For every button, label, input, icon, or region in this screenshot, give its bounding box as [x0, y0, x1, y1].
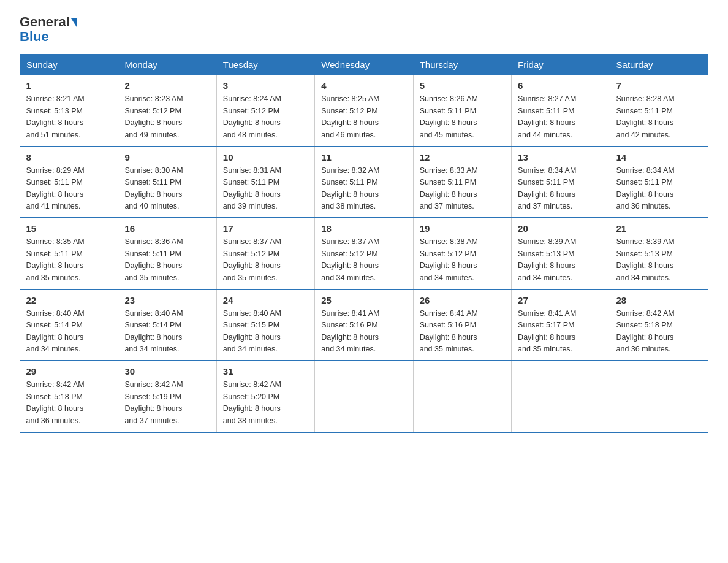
calendar-week-row: 29Sunrise: 8:42 AMSunset: 5:18 PMDayligh…	[20, 361, 708, 432]
calendar-cell: 16Sunrise: 8:36 AMSunset: 5:11 PMDayligh…	[118, 218, 216, 289]
calendar-cell: 19Sunrise: 8:38 AMSunset: 5:12 PMDayligh…	[413, 218, 511, 289]
day-info: Sunrise: 8:41 AMSunset: 5:16 PMDaylight:…	[420, 308, 505, 356]
calendar-cell: 11Sunrise: 8:32 AMSunset: 5:11 PMDayligh…	[315, 147, 413, 218]
calendar-cell: 7Sunrise: 8:28 AMSunset: 5:11 PMDaylight…	[610, 75, 708, 147]
day-info: Sunrise: 8:27 AMSunset: 5:11 PMDaylight:…	[518, 93, 603, 141]
logo-general-text: General	[20, 14, 70, 29]
header-thursday: Thursday	[413, 55, 511, 75]
calendar-cell: 3Sunrise: 8:24 AMSunset: 5:12 PMDaylight…	[216, 75, 314, 147]
calendar-cell: 1Sunrise: 8:21 AMSunset: 5:13 PMDaylight…	[20, 75, 118, 147]
day-info: Sunrise: 8:32 AMSunset: 5:11 PMDaylight:…	[321, 165, 406, 213]
day-info: Sunrise: 8:42 AMSunset: 5:18 PMDaylight:…	[26, 379, 112, 427]
calendar-cell: 30Sunrise: 8:42 AMSunset: 5:19 PMDayligh…	[118, 361, 216, 432]
day-number: 29	[26, 366, 112, 377]
day-info: Sunrise: 8:42 AMSunset: 5:18 PMDaylight:…	[616, 308, 702, 356]
day-info: Sunrise: 8:24 AMSunset: 5:12 PMDaylight:…	[223, 93, 308, 141]
day-info: Sunrise: 8:39 AMSunset: 5:13 PMDaylight:…	[518, 236, 603, 284]
calendar-cell: 2Sunrise: 8:23 AMSunset: 5:12 PMDaylight…	[118, 75, 216, 147]
day-number: 19	[420, 223, 505, 234]
calendar-week-row: 15Sunrise: 8:35 AMSunset: 5:11 PMDayligh…	[20, 218, 708, 289]
calendar-week-row: 8Sunrise: 8:29 AMSunset: 5:11 PMDaylight…	[20, 147, 708, 218]
calendar-cell	[610, 361, 708, 432]
calendar-cell: 24Sunrise: 8:40 AMSunset: 5:15 PMDayligh…	[216, 289, 314, 361]
day-number: 3	[223, 80, 308, 91]
day-number: 16	[124, 223, 210, 234]
calendar-cell: 4Sunrise: 8:25 AMSunset: 5:12 PMDaylight…	[315, 75, 413, 147]
day-info: Sunrise: 8:36 AMSunset: 5:11 PMDaylight:…	[124, 236, 210, 284]
day-number: 9	[124, 152, 210, 163]
calendar-week-row: 22Sunrise: 8:40 AMSunset: 5:14 PMDayligh…	[20, 289, 708, 361]
calendar-table: SundayMondayTuesdayWednesdayThursdayFrid…	[20, 54, 708, 433]
page-header: General Blue	[20, 15, 708, 44]
calendar-cell	[315, 361, 413, 432]
calendar-cell: 25Sunrise: 8:41 AMSunset: 5:16 PMDayligh…	[315, 289, 413, 361]
day-number: 28	[616, 295, 702, 305]
calendar-cell	[413, 361, 511, 432]
calendar-cell: 18Sunrise: 8:37 AMSunset: 5:12 PMDayligh…	[315, 218, 413, 289]
day-number: 10	[223, 152, 308, 163]
header-wednesday: Wednesday	[315, 55, 413, 75]
calendar-cell: 21Sunrise: 8:39 AMSunset: 5:13 PMDayligh…	[610, 218, 708, 289]
day-number: 7	[616, 80, 702, 91]
day-number: 6	[518, 80, 603, 91]
day-number: 11	[321, 152, 406, 163]
day-number: 12	[420, 152, 505, 163]
calendar-cell: 26Sunrise: 8:41 AMSunset: 5:16 PMDayligh…	[413, 289, 511, 361]
day-info: Sunrise: 8:39 AMSunset: 5:13 PMDaylight:…	[616, 236, 702, 284]
day-info: Sunrise: 8:25 AMSunset: 5:12 PMDaylight:…	[321, 93, 406, 141]
day-number: 23	[124, 295, 210, 305]
day-info: Sunrise: 8:40 AMSunset: 5:15 PMDaylight:…	[223, 308, 308, 356]
day-number: 4	[321, 80, 406, 91]
calendar-cell: 6Sunrise: 8:27 AMSunset: 5:11 PMDaylight…	[512, 75, 610, 147]
header-tuesday: Tuesday	[216, 55, 314, 75]
calendar-cell: 31Sunrise: 8:42 AMSunset: 5:20 PMDayligh…	[216, 361, 314, 432]
day-info: Sunrise: 8:26 AMSunset: 5:11 PMDaylight:…	[420, 93, 505, 141]
day-number: 31	[223, 366, 308, 377]
day-number: 24	[223, 295, 308, 305]
day-info: Sunrise: 8:41 AMSunset: 5:17 PMDaylight:…	[518, 308, 603, 356]
calendar-cell: 17Sunrise: 8:37 AMSunset: 5:12 PMDayligh…	[216, 218, 314, 289]
day-info: Sunrise: 8:34 AMSunset: 5:11 PMDaylight:…	[518, 165, 603, 213]
calendar-cell: 12Sunrise: 8:33 AMSunset: 5:11 PMDayligh…	[413, 147, 511, 218]
day-info: Sunrise: 8:29 AMSunset: 5:11 PMDaylight:…	[26, 165, 112, 213]
day-info: Sunrise: 8:35 AMSunset: 5:11 PMDaylight:…	[26, 236, 112, 284]
day-info: Sunrise: 8:33 AMSunset: 5:11 PMDaylight:…	[420, 165, 505, 213]
day-info: Sunrise: 8:40 AMSunset: 5:14 PMDaylight:…	[26, 308, 112, 356]
calendar-cell: 23Sunrise: 8:40 AMSunset: 5:14 PMDayligh…	[118, 289, 216, 361]
day-number: 26	[420, 295, 505, 305]
day-info: Sunrise: 8:41 AMSunset: 5:16 PMDaylight:…	[321, 308, 406, 356]
day-number: 2	[124, 80, 210, 91]
header-monday: Monday	[118, 55, 216, 75]
day-number: 18	[321, 223, 406, 234]
day-info: Sunrise: 8:42 AMSunset: 5:19 PMDaylight:…	[124, 379, 210, 427]
calendar-cell: 9Sunrise: 8:30 AMSunset: 5:11 PMDaylight…	[118, 147, 216, 218]
day-info: Sunrise: 8:38 AMSunset: 5:12 PMDaylight:…	[420, 236, 505, 284]
header-saturday: Saturday	[610, 55, 708, 75]
header-friday: Friday	[512, 55, 610, 75]
day-number: 17	[223, 223, 308, 234]
day-number: 20	[518, 223, 603, 234]
calendar-cell	[512, 361, 610, 432]
day-number: 27	[518, 295, 603, 305]
calendar-cell: 10Sunrise: 8:31 AMSunset: 5:11 PMDayligh…	[216, 147, 314, 218]
day-info: Sunrise: 8:42 AMSunset: 5:20 PMDaylight:…	[223, 379, 308, 427]
day-number: 15	[26, 223, 112, 234]
logo-blue-text: Blue	[20, 29, 77, 44]
calendar-cell: 13Sunrise: 8:34 AMSunset: 5:11 PMDayligh…	[512, 147, 610, 218]
logo: General Blue	[20, 15, 77, 44]
day-info: Sunrise: 8:40 AMSunset: 5:14 PMDaylight:…	[124, 308, 210, 356]
logo-triangle-icon	[71, 18, 77, 27]
day-info: Sunrise: 8:37 AMSunset: 5:12 PMDaylight:…	[321, 236, 406, 284]
day-info: Sunrise: 8:37 AMSunset: 5:12 PMDaylight:…	[223, 236, 308, 284]
day-number: 5	[420, 80, 505, 91]
day-number: 25	[321, 295, 406, 305]
calendar-cell: 27Sunrise: 8:41 AMSunset: 5:17 PMDayligh…	[512, 289, 610, 361]
day-info: Sunrise: 8:23 AMSunset: 5:12 PMDaylight:…	[124, 93, 210, 141]
day-number: 14	[616, 152, 702, 163]
day-info: Sunrise: 8:21 AMSunset: 5:13 PMDaylight:…	[26, 93, 112, 141]
calendar-cell: 20Sunrise: 8:39 AMSunset: 5:13 PMDayligh…	[512, 218, 610, 289]
day-info: Sunrise: 8:34 AMSunset: 5:11 PMDaylight:…	[616, 165, 702, 213]
day-info: Sunrise: 8:30 AMSunset: 5:11 PMDaylight:…	[124, 165, 210, 213]
day-number: 30	[124, 366, 210, 377]
day-number: 22	[26, 295, 112, 305]
